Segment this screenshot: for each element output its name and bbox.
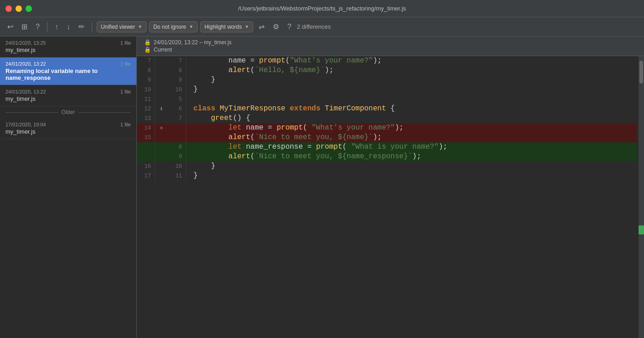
history-date: 24/01/2020, 13:25: [5, 40, 46, 46]
lock-icon-1: 🔒: [144, 39, 151, 46]
code-line-11: 11 5: [137, 94, 637, 104]
code-content-7: name = prompt("What's your name?");: [186, 56, 637, 66]
diff-header-text-1: 24/01/2020, 13:22 – my_timer.js: [154, 39, 232, 46]
window-controls[interactable]: [5, 5, 32, 12]
diff-header-row-2: 🔒 Current: [144, 47, 637, 53]
window-title: /Users/jetbrains/WebstormProjects/ts_js_…: [238, 5, 406, 12]
undo-button[interactable]: ↩: [5, 21, 16, 33]
ln-old-13: 13: [137, 114, 155, 123]
ln-mark-new9: [155, 152, 168, 161]
code-content-10: }: [186, 85, 637, 94]
highlight-words-dropdown[interactable]: Highlight words ▼: [200, 21, 253, 32]
history-file-count: 1 file: [120, 40, 131, 46]
ln-old-8: 8: [137, 66, 155, 75]
diff-header-row-1: 🔒 24/01/2020, 13:22 – my_timer.js: [144, 39, 637, 46]
help-button[interactable]: ?: [33, 21, 42, 33]
ln-new-16: 10: [168, 161, 186, 171]
code-content-new8: let name_response = prompt( "What is you…: [186, 142, 637, 152]
code-line-17: 17 11 }: [137, 171, 637, 181]
maximize-button[interactable]: [26, 5, 32, 12]
ln-mark-10: [155, 85, 168, 94]
filter-button[interactable]: ⇌: [256, 21, 267, 33]
do-not-ignore-label: Do not ignore: [153, 24, 186, 30]
highlight-words-arrow: ▼: [244, 24, 249, 29]
history-item-0[interactable]: 24/01/2020, 13:25 1 file my_timer.js: [0, 36, 136, 57]
code-line-12: 12 ⬇ 6 class MyTimerResponse extends Tim…: [137, 104, 637, 114]
code-line-16: 16 10 }: [137, 161, 637, 171]
diff-marker: [639, 225, 644, 234]
ln-new-11: 5: [168, 94, 186, 104]
code-line-new-8: 8 let name_response = prompt( "What is y…: [137, 142, 637, 152]
history-item-top: 24/01/2020, 13:25 1 file: [5, 40, 131, 46]
history-panel[interactable]: 24/01/2020, 13:25 1 file my_timer.js 24/…: [0, 36, 137, 338]
ln-old-10: 10: [137, 85, 155, 94]
unified-viewer-label: Unified viewer: [101, 24, 135, 30]
ln-new-8: 8: [168, 66, 186, 75]
ln-new-14: [168, 123, 186, 133]
ln-new-new9: 9: [168, 152, 186, 161]
close-button[interactable]: [5, 5, 12, 12]
ln-old-new8: [137, 142, 155, 152]
ln-new-15: [168, 133, 186, 142]
history-separator: Older: [0, 106, 136, 118]
toolbar-divider-2: [92, 22, 92, 32]
diff-count: 2 differences: [297, 23, 331, 30]
history-filename-4: my_timer.js: [5, 128, 131, 135]
ln-mark-9: [155, 75, 168, 85]
scrollbar-track[interactable]: [639, 56, 644, 338]
ln-mark-17: [155, 171, 168, 181]
code-content-12: class MyTimerResponse extends TimerCompo…: [186, 104, 637, 114]
code-line-10: 10 10 }: [137, 85, 637, 94]
ln-mark-11: [155, 94, 168, 104]
history-filename-3: my_timer.js: [5, 95, 131, 102]
code-content-14: let name = prompt( "What's your name?");: [186, 123, 637, 133]
history-item-3[interactable]: 17/01/2020, 19:04 1 file my_timer.js: [0, 118, 136, 139]
code-line-7: 7 7 name = prompt("What's your name?");: [137, 56, 637, 66]
ln-new-new8: 8: [168, 142, 186, 152]
code-content-new9: alert(`Nice to meet you, ${name_response…: [186, 152, 637, 161]
do-not-ignore-arrow: ▼: [189, 24, 193, 29]
unified-viewer-dropdown[interactable]: Unified viewer ▼: [97, 21, 146, 32]
prev-diff-button[interactable]: ↑: [52, 21, 61, 33]
code-area[interactable]: 7 7 name = prompt("What's your name?"); …: [137, 56, 644, 338]
code-content-15: alert(`Nice to meet you, ${name}`);: [186, 133, 637, 142]
ln-old-7: 7: [137, 56, 155, 66]
code-content-13: greet() {: [186, 114, 637, 123]
history-item-2[interactable]: 24/01/2020, 13:22 1 file my_timer.js: [0, 85, 136, 106]
history-file-count-3: 1 file: [120, 89, 131, 94]
scrollbar-thumb[interactable]: [639, 61, 643, 83]
ln-new-9: 9: [168, 75, 186, 85]
ln-old-15: 15: [137, 133, 155, 142]
code-line-8: 8 8 alert(`Hello, ${name}`);: [137, 66, 637, 75]
ln-new-12: 6: [168, 104, 186, 114]
ln-mark-14: ✕: [155, 123, 168, 133]
separator-label: Older: [62, 109, 75, 115]
history-item-1[interactable]: 24/01/2020, 13:22 1 file Renaming local …: [0, 57, 136, 85]
settings-button[interactable]: ⚙: [270, 21, 282, 33]
ln-new-13: 7: [168, 114, 186, 123]
ln-old-9: 9: [137, 75, 155, 85]
next-diff-button[interactable]: ↓: [64, 21, 73, 33]
history-item-top-2: 24/01/2020, 13:22 1 file: [5, 61, 131, 67]
save-button[interactable]: ⊞: [19, 21, 30, 33]
edit-button[interactable]: ✏: [76, 21, 87, 33]
help2-button[interactable]: ?: [285, 21, 294, 33]
ln-old-14: 14: [137, 123, 155, 133]
diff-header-text-2: Current: [154, 47, 172, 53]
sep-line-right: [78, 112, 131, 113]
do-not-ignore-dropdown[interactable]: Do not ignore ▼: [149, 21, 197, 32]
history-date-2: 24/01/2020, 13:22: [5, 61, 46, 67]
history-date-3: 24/01/2020, 13:22: [5, 89, 46, 94]
history-item-top-3: 24/01/2020, 13:22 1 file: [5, 89, 131, 94]
code-content-9: }: [186, 75, 637, 85]
history-date-4: 17/01/2020, 19:04: [5, 122, 46, 127]
history-file-count-4: 1 file: [120, 122, 131, 127]
ln-new-7: 7: [168, 56, 186, 66]
title-bar: /Users/jetbrains/WebstormProjects/ts_js_…: [0, 0, 644, 17]
minimize-button[interactable]: [16, 5, 22, 12]
code-content-8: alert(`Hello, ${name}`);: [186, 66, 637, 75]
ln-old-new9: [137, 152, 155, 161]
sep-line-left: [5, 112, 58, 113]
ln-mark-7: [155, 56, 168, 66]
history-item-top-4: 17/01/2020, 19:04 1 file: [5, 122, 131, 127]
